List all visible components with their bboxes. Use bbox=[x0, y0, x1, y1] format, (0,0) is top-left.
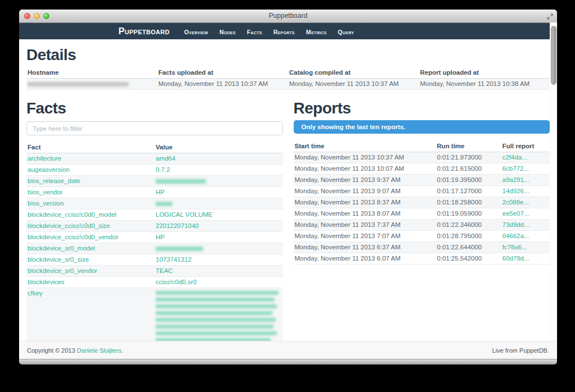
report-hash-cell: 6cb772... bbox=[501, 163, 550, 175]
fact-name-link[interactable]: blockdevice_cciss!c0d0_vendor bbox=[28, 234, 118, 240]
full-report-link[interactable]: 60d79d... bbox=[503, 255, 530, 262]
full-report-link[interactable]: 73d9dd... bbox=[503, 221, 530, 228]
full-report-link[interactable]: ee5e07... bbox=[503, 210, 530, 217]
fact-name-link[interactable]: blockdevice_sr0_model bbox=[28, 245, 95, 252]
full-report-link[interactable]: 6cb772... bbox=[503, 165, 529, 172]
reports-heading: Reports bbox=[294, 99, 550, 117]
hostname-cell bbox=[26, 79, 157, 90]
fact-value-link[interactable]: amd64 bbox=[156, 155, 175, 162]
fact-value-cell: cciss!c0d0,sr0 bbox=[154, 277, 282, 288]
report-hash-cell: 2c088e... bbox=[501, 197, 550, 208]
report-row: Monday, November 11 2013 8:37 AM0:01:18.… bbox=[294, 197, 550, 208]
fact-name-link[interactable]: blockdevice_cciss!c0d0_size bbox=[28, 222, 110, 229]
report-row: Monday, November 11 2013 6:37 AM0:01:22.… bbox=[294, 242, 550, 253]
fact-row: blockdevice_sr0_vendorTEAC bbox=[26, 266, 283, 277]
full-report-link[interactable]: 2c088e... bbox=[503, 199, 529, 206]
fact-name-cell: blockdevice_cciss!c0d0_vendor bbox=[26, 232, 154, 243]
redacted-multiline-value bbox=[156, 290, 278, 341]
report-hash-cell: 73d9dd... bbox=[501, 220, 550, 231]
details-column-header: Report uploaded at bbox=[419, 67, 550, 79]
fact-value-cell bbox=[154, 198, 282, 209]
fact-name-cell: bios_version bbox=[26, 198, 154, 209]
window-title: Puppetboard bbox=[19, 10, 557, 22]
fact-value-link[interactable]: TEAC bbox=[156, 267, 173, 274]
nav-item-nodes[interactable]: Nodes bbox=[214, 29, 241, 35]
fact-name-link[interactable]: blockdevices bbox=[28, 279, 65, 285]
details-table: HostnameFacts uploaded atCatalog compile… bbox=[26, 67, 550, 90]
fact-value-link[interactable]: 1073741312 bbox=[156, 256, 191, 263]
report-start-time-cell: Monday, November 11 2013 10:07 AM bbox=[294, 163, 436, 175]
fact-name-link[interactable]: blockdevice_sr0_vendor bbox=[28, 267, 97, 274]
main-navbar: Puppetboard OverviewNodesFactsReportsMet… bbox=[19, 23, 557, 40]
copyright-author-link[interactable]: Daniele Sluijters bbox=[77, 347, 121, 354]
redacted-value bbox=[28, 82, 129, 86]
nav-item-metrics[interactable]: Metrics bbox=[300, 29, 332, 35]
redacted-value bbox=[156, 179, 206, 184]
fact-name-cell: bios_vendor bbox=[26, 187, 154, 198]
full-report-link[interactable]: c2f4da... bbox=[503, 154, 527, 161]
window-resize-icon[interactable] bbox=[546, 12, 554, 20]
reports-column-header: Full report bbox=[501, 140, 550, 152]
full-report-link[interactable]: 04662a... bbox=[503, 233, 530, 239]
details-column-header: Hostname bbox=[26, 67, 157, 79]
scrollbar-track[interactable] bbox=[550, 22, 557, 341]
fact-value-link[interactable]: HP bbox=[156, 189, 165, 195]
fact-value-cell: LOGICAL VOLUME bbox=[154, 209, 282, 221]
facts-heading: Facts bbox=[26, 99, 283, 117]
window-titlebar[interactable]: Puppetboard bbox=[19, 10, 557, 23]
report-hash-cell: a9a291... bbox=[501, 175, 550, 186]
navbar-brand[interactable]: Puppetboard bbox=[118, 26, 170, 37]
nav-item-reports[interactable]: Reports bbox=[268, 29, 300, 35]
fact-value-cell bbox=[154, 288, 282, 341]
redacted-value bbox=[156, 247, 203, 251]
fact-name-link[interactable]: blockdevice_sr0_size bbox=[28, 256, 89, 263]
details-column-header: Catalog compiled at bbox=[288, 67, 419, 79]
facts-column-header: Fact bbox=[26, 142, 154, 153]
fact-name-link[interactable]: architecture bbox=[28, 155, 61, 162]
report-hash-cell: ee5e07... bbox=[501, 208, 550, 220]
fact-value-link[interactable]: HP bbox=[156, 234, 165, 240]
fact-value-link[interactable]: 0.7.2 bbox=[156, 166, 170, 173]
report-start-time-cell: Monday, November 11 2013 8:07 AM bbox=[294, 208, 436, 220]
report-row: Monday, November 11 2013 6:07 AM0:01:25.… bbox=[294, 253, 550, 265]
full-report-link[interactable]: fc78a6... bbox=[503, 244, 527, 250]
redacted-value bbox=[156, 202, 172, 206]
nav-item-query[interactable]: Query bbox=[332, 29, 360, 35]
report-row: Monday, November 11 2013 10:07 AM0:01:21… bbox=[294, 163, 550, 175]
report-run-time-cell: 0:01:25.542000 bbox=[436, 253, 501, 265]
fact-value-cell bbox=[154, 176, 282, 187]
report-row: Monday, November 11 2013 7:37 AM0:01:22.… bbox=[294, 220, 550, 231]
full-report-link[interactable]: 14d926... bbox=[503, 188, 530, 194]
fact-value-link[interactable]: LOGICAL VOLUME bbox=[156, 211, 212, 218]
fact-value-link[interactable]: cciss!c0d0,sr0 bbox=[156, 279, 197, 285]
facts-panel: Facts FactValue architectureamd64augeasv… bbox=[26, 91, 283, 341]
fact-value-cell bbox=[154, 243, 282, 254]
reports-panel: Reports Only showing the last ten report… bbox=[294, 91, 550, 341]
report-start-time-cell: Monday, November 11 2013 6:37 AM bbox=[294, 242, 436, 253]
report-start-time-cell: Monday, November 11 2013 10:37 AM bbox=[294, 152, 436, 163]
nav-item-overview[interactable]: Overview bbox=[179, 29, 214, 35]
fact-name-cell: blockdevice_cciss!c0d0_model bbox=[26, 209, 154, 221]
full-report-link[interactable]: a9a291... bbox=[503, 176, 530, 183]
fact-row: architectureamd64 bbox=[26, 153, 283, 165]
facts-filter-input[interactable] bbox=[26, 121, 283, 135]
fact-name-link[interactable]: bios_vendor bbox=[28, 189, 63, 195]
report-row: Monday, November 11 2013 10:37 AM0:01:21… bbox=[294, 152, 550, 163]
fact-name-link[interactable]: bios_release_date bbox=[28, 177, 80, 184]
details-column-header: Facts uploaded at bbox=[157, 67, 288, 79]
nav-item-facts[interactable]: Facts bbox=[241, 29, 268, 35]
fact-name-link[interactable]: bios_version bbox=[28, 200, 64, 207]
report-row: Monday, November 11 2013 8:07 AM0:01:19.… bbox=[294, 208, 550, 220]
fact-name-link[interactable]: blockdevice_cciss!c0d0_model bbox=[28, 211, 116, 218]
fact-name-cell: cfkey bbox=[26, 288, 154, 341]
scrollbar-thumb[interactable] bbox=[551, 26, 556, 85]
reports-column-header: Run time bbox=[436, 140, 501, 152]
fact-name-link[interactable]: augeasversion bbox=[28, 166, 70, 173]
fact-name-link[interactable]: cfkey bbox=[28, 290, 43, 297]
report-run-time-cell: 0:01:28.795000 bbox=[436, 231, 501, 242]
report-row: Monday, November 11 2013 9:37 AM0:01:19.… bbox=[294, 175, 550, 186]
fact-value-cell: HP bbox=[154, 232, 282, 243]
fact-name-cell: blockdevice_sr0_vendor bbox=[26, 266, 154, 277]
fact-row: blockdevice_sr0_size1073741312 bbox=[26, 254, 283, 266]
fact-value-link[interactable]: 220122071040 bbox=[156, 222, 199, 229]
